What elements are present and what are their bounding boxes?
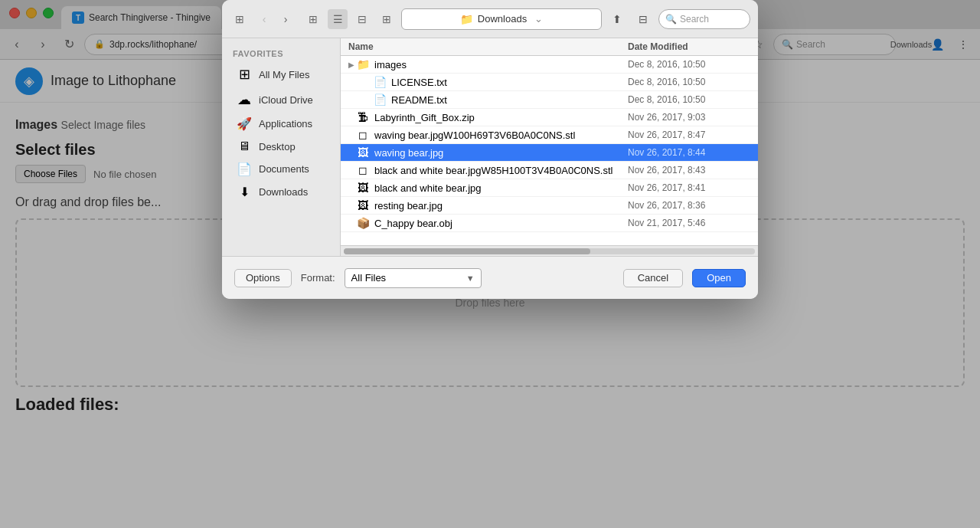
dialog-view-gallery[interactable]: ⊞ [377, 9, 397, 29]
downloads-icon: ⬇ [236, 185, 253, 199]
search-placeholder: Search [680, 14, 709, 25]
sidebar-item-icloud-drive[interactable]: ☁ iCloud Drive [225, 87, 337, 112]
dialog-view-columns[interactable]: ⊟ [352, 9, 372, 29]
file-name-text: images [374, 59, 407, 71]
stl-icon: ◻ [356, 164, 370, 176]
open-button[interactable]: Open [692, 269, 746, 287]
dialog-body: Favorites ⊞ All My Files ☁ iCloud Drive … [222, 38, 758, 256]
all-my-files-icon: ⊞ [236, 66, 253, 83]
file-item-c-happy-bear[interactable]: ▶ 📦 C_happy bear.obj Nov 21, 2017, 5:46 [341, 215, 758, 232]
dialog-sidebar-toggle[interactable]: ⊞ [230, 9, 250, 29]
sidebar-item-applications[interactable]: 🚀 Applications [225, 113, 337, 135]
sidebar-item-label: Applications [259, 118, 312, 130]
cancel-button[interactable]: Cancel [623, 269, 683, 287]
sidebar-favorites-label: Favorites [222, 46, 340, 61]
dialog-location-text: Downloads [478, 13, 527, 25]
options-button[interactable]: Options [234, 269, 292, 287]
file-date: Dec 8, 2016, 10:50 [628, 94, 750, 105]
folder-icon: 📁 [356, 58, 370, 71]
file-item-bw-bear-stl[interactable]: ▶ ◻ black and white bear.jpgW85H100T3V4B… [341, 162, 758, 179]
file-name-text: Labyrinth_Gift_Box.zip [374, 112, 475, 123]
file-name-text: resting bear.jpg [374, 200, 443, 212]
file-date: Dec 8, 2016, 10:50 [628, 77, 750, 87]
file-item-bw-bear-jpg[interactable]: ▶ 🖼 black and white bear.jpg Nov 26, 201… [341, 179, 758, 197]
dialog-overlay: ⊞ ‹ › ⊞ ☰ ⊟ ⊞ 📁 Downloads ⌄ ⬆ ⊟ 🔍 [0, 0, 980, 528]
file-date: Nov 26, 2017, 8:43 [628, 165, 750, 175]
file-item-name: 📄 README.txt [356, 93, 628, 106]
file-name-text: LICENSE.txt [391, 77, 447, 88]
documents-icon: 📄 [236, 162, 253, 176]
file-item-readme[interactable]: ▶ 📄 README.txt Dec 8, 2016, 10:50 [341, 91, 758, 109]
dialog-toolbar: ⊞ ‹ › ⊞ ☰ ⊟ ⊞ 📁 Downloads ⌄ ⬆ ⊟ 🔍 [222, 0, 758, 38]
dialog-share-button[interactable]: ⬆ [606, 8, 628, 30]
file-item-waving-bear-jpg[interactable]: ▶ 🖼 waving bear.jpg Nov 26, 2017, 8:44 [341, 144, 758, 162]
dialog-location[interactable]: 📁 Downloads ⌄ [401, 8, 602, 30]
dialog-search[interactable]: 🔍 Search [658, 9, 750, 29]
dialog-sidebar: Favorites ⊞ All My Files ☁ iCloud Drive … [222, 38, 341, 256]
horizontal-scrollbar[interactable] [341, 245, 758, 256]
file-item-name: ◻ waving bear.jpgW100H69T3V6B0A0C0NS.stl [356, 129, 628, 141]
file-name-text: waving bear.jpgW100H69T3V6B0A0C0NS.stl [374, 130, 575, 141]
file-name-text: C_happy bear.obj [374, 218, 452, 229]
sidebar-item-downloads[interactable]: ⬇ Downloads [225, 181, 337, 203]
search-icon: 🔍 [665, 14, 677, 25]
dialog-view-buttons: ‹ › [254, 9, 296, 29]
file-item-license[interactable]: ▶ 📄 LICENSE.txt Dec 8, 2016, 10:50 [341, 74, 758, 91]
applications-icon: 🚀 [236, 116, 253, 131]
col-name-header: Name [348, 41, 628, 52]
format-select[interactable]: All Files ▼ [345, 268, 482, 288]
format-label: Format: [301, 272, 335, 284]
file-icon: 📄 [373, 93, 387, 106]
file-date: Dec 8, 2016, 10:50 [628, 59, 750, 70]
folder-toggle-icon: ▶ [348, 61, 356, 69]
dialog-new-folder-button[interactable]: ⊟ [632, 8, 654, 30]
file-list-header: Name Date Modified [341, 38, 758, 56]
format-value: All Files [351, 272, 387, 284]
file-icon: 📄 [373, 76, 387, 88]
file-item-name: ◻ black and white bear.jpgW85H100T3V4B0A… [356, 164, 628, 176]
file-name-text: black and white bear.jpg [374, 182, 481, 194]
scrollbar-track [344, 248, 755, 254]
file-dialog: ⊞ ‹ › ⊞ ☰ ⊟ ⊞ 📁 Downloads ⌄ ⬆ ⊟ 🔍 [222, 0, 758, 299]
dialog-back-button[interactable]: ‹ [254, 9, 274, 29]
sidebar-item-label: All My Files [259, 69, 309, 80]
file-date: Nov 26, 2017, 8:44 [628, 147, 750, 158]
file-date: Nov 21, 2017, 5:46 [628, 218, 750, 228]
dialog-view-icons[interactable]: ⊞ [303, 9, 323, 29]
file-date: Nov 26, 2017, 8:36 [628, 200, 750, 211]
file-item-name: 🗜 Labyrinth_Gift_Box.zip [356, 111, 628, 123]
file-item-name: 🖼 black and white bear.jpg [356, 182, 628, 194]
dialog-forward-button[interactable]: › [276, 9, 296, 29]
col-date-header: Date Modified [628, 41, 750, 52]
file-item-name: 🖼 resting bear.jpg [356, 199, 628, 212]
sidebar-item-documents[interactable]: 📄 Documents [225, 158, 337, 180]
file-list: ▶ 📁 images Dec 8, 2016, 10:50 ▶ [341, 56, 758, 245]
dialog-view-list[interactable]: ☰ [328, 9, 348, 29]
image-icon: 🖼 [356, 182, 370, 194]
sidebar-item-desktop[interactable]: 🖥 Desktop [225, 136, 337, 157]
sidebar-item-label: Desktop [259, 141, 296, 152]
browser-window: T Search Thingiverse - Thingive ‹ › ↻ 🔒 … [0, 0, 980, 528]
scrollbar-thumb[interactable] [344, 248, 590, 254]
file-item-name: 📦 C_happy bear.obj [356, 217, 628, 229]
file-item-images[interactable]: ▶ 📁 images Dec 8, 2016, 10:50 [341, 56, 758, 74]
image-icon: 🖼 [356, 146, 370, 159]
sidebar-item-label: iCloud Drive [259, 94, 313, 106]
file-date: Nov 26, 2017, 9:03 [628, 112, 750, 123]
file-name-text: README.txt [391, 94, 447, 106]
sidebar-item-label: Downloads [259, 186, 308, 198]
file-item-name: 📁 images [356, 58, 628, 71]
file-name-text: waving bear.jpg [374, 147, 443, 159]
file-date: Nov 26, 2017, 8:47 [628, 130, 750, 140]
file-item-waving-bear-stl[interactable]: ▶ ◻ waving bear.jpgW100H69T3V6B0A0C0NS.s… [341, 126, 758, 144]
file-item-labyrinth[interactable]: ▶ 🗜 Labyrinth_Gift_Box.zip Nov 26, 2017,… [341, 109, 758, 126]
dialog-footer: Options Format: All Files ▼ Cancel Open [222, 256, 758, 299]
folder-icon: 📁 [460, 13, 473, 25]
zip-icon: 🗜 [356, 111, 370, 123]
image-icon: 🖼 [356, 199, 370, 212]
file-date: Nov 26, 2017, 8:41 [628, 182, 750, 193]
format-dropdown-icon: ▼ [466, 274, 475, 283]
file-item-resting-bear[interactable]: ▶ 🖼 resting bear.jpg Nov 26, 2017, 8:36 [341, 197, 758, 215]
obj-icon: 📦 [356, 217, 370, 229]
sidebar-item-all-my-files[interactable]: ⊞ All My Files [225, 62, 337, 87]
